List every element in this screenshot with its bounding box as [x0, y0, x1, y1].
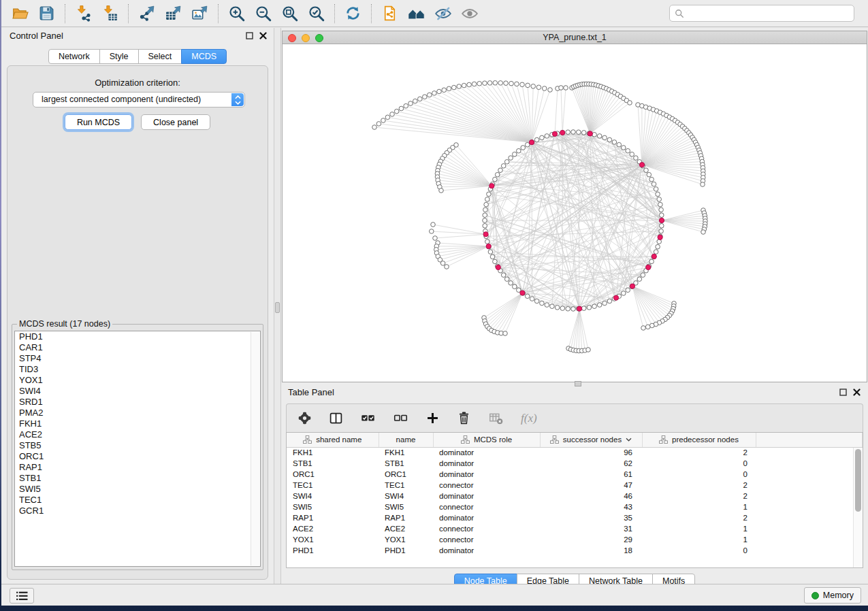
network-hub-node[interactable] [658, 235, 662, 240]
cell-name[interactable]: SWI5 [379, 501, 433, 512]
result-item[interactable]: FKH1 [15, 418, 260, 429]
network-hub-node[interactable] [577, 306, 582, 311]
run-mcds-button[interactable]: Run MCDS [65, 114, 132, 130]
network-node[interactable] [659, 208, 664, 212]
first-neighbors-button[interactable] [403, 3, 430, 24]
network-node[interactable] [477, 82, 482, 86]
close-panel-button-mcds[interactable]: Close panel [141, 114, 210, 130]
cell-role[interactable]: dominator [433, 491, 540, 501]
splitter-handle[interactable] [275, 302, 280, 313]
network-node[interactable] [531, 84, 536, 89]
network-node[interactable] [509, 81, 514, 86]
network-node[interactable] [650, 323, 655, 328]
network-hub-node[interactable] [630, 284, 634, 288]
column-header-mcds-role[interactable]: MCDS role [433, 433, 540, 447]
cell-shared-name[interactable]: ACE2 [287, 523, 379, 534]
network-node[interactable] [607, 299, 612, 303]
network-node[interactable] [445, 265, 449, 269]
network-node[interactable] [437, 89, 442, 94]
network-hub-node[interactable] [496, 265, 500, 269]
network-node[interactable] [602, 301, 607, 306]
export-image-button[interactable] [187, 3, 213, 24]
cell-shared-name[interactable]: TEC1 [287, 480, 379, 491]
cell-role[interactable]: connector [433, 480, 540, 491]
cell-successors[interactable]: 47 [540, 480, 642, 491]
network-node[interactable] [626, 288, 630, 293]
network-node[interactable] [485, 197, 490, 202]
network-node[interactable] [641, 273, 645, 278]
network-node[interactable] [493, 177, 498, 182]
result-list-scrollbar[interactable] [251, 332, 259, 565]
cell-predecessors[interactable]: 2 [642, 512, 756, 523]
table-row[interactable]: STB1STB1dominator620 [287, 458, 863, 469]
result-item[interactable]: GCR1 [15, 506, 260, 516]
network-node[interactable] [602, 135, 607, 140]
criterion-dropdown[interactable]: largest connected component (undirected) [33, 92, 245, 108]
network-node[interactable] [659, 229, 664, 233]
network-node[interactable] [540, 301, 545, 306]
network-node[interactable] [607, 137, 612, 142]
network-node[interactable] [498, 81, 503, 86]
network-node[interactable] [525, 294, 530, 299]
float-panel-button[interactable] [246, 32, 253, 39]
network-node[interactable] [654, 250, 658, 254]
network-hub-node[interactable] [486, 244, 491, 248]
cell-role[interactable]: dominator [433, 458, 540, 469]
network-node[interactable] [581, 306, 586, 311]
network-hub-node[interactable] [483, 232, 488, 237]
network-node[interactable] [701, 230, 706, 235]
result-item[interactable]: TID3 [15, 364, 260, 375]
result-item[interactable]: SWI4 [15, 386, 260, 397]
network-node[interactable] [503, 331, 508, 336]
network-node[interactable] [581, 131, 586, 135]
network-node[interactable] [399, 106, 404, 111]
cell-shared-name[interactable]: PHD1 [287, 545, 379, 556]
network-node[interactable] [385, 115, 390, 120]
network-hub-node[interactable] [588, 131, 592, 136]
network-node[interactable] [564, 86, 568, 90]
function-builder-button[interactable]: f(x) [521, 412, 537, 425]
network-hub-node[interactable] [613, 295, 618, 300]
table-row[interactable]: ORC1ORC1dominator610 [287, 469, 863, 480]
network-node[interactable] [658, 202, 663, 207]
cell-role[interactable]: connector [433, 501, 540, 512]
table-row[interactable]: SWI4SWI4dominator462 [287, 491, 863, 501]
network-node[interactable] [483, 224, 487, 229]
network-node[interactable] [457, 84, 462, 89]
network-node[interactable] [536, 85, 541, 90]
network-node[interactable] [515, 82, 519, 86]
cell-predecessors[interactable]: 0 [642, 469, 756, 480]
unselect-all-columns-button[interactable] [393, 411, 408, 425]
network-node[interactable] [654, 187, 658, 192]
minimize-window-icon[interactable] [302, 34, 310, 42]
network-node[interactable] [488, 250, 493, 254]
network-node[interactable] [647, 172, 652, 177]
cell-shared-name[interactable]: YOX1 [287, 534, 379, 545]
cell-successors[interactable]: 35 [540, 512, 642, 523]
network-node[interactable] [534, 299, 539, 303]
cell-name[interactable]: FKH1 [379, 447, 433, 458]
network-node[interactable] [649, 177, 654, 182]
zoom-fit-button[interactable] [276, 3, 303, 24]
import-table-button[interactable] [97, 3, 123, 24]
cell-role[interactable]: connector [433, 534, 540, 545]
table-scrollbar[interactable] [853, 448, 863, 567]
create-column-button[interactable] [425, 411, 440, 425]
cell-shared-name[interactable]: STB1 [287, 458, 379, 469]
network-node[interactable] [467, 82, 472, 87]
vertical-splitter[interactable] [274, 28, 281, 584]
close-panel-button[interactable] [259, 32, 267, 39]
close-window-icon[interactable] [288, 34, 296, 42]
network-node[interactable] [432, 91, 437, 96]
network-node[interactable] [413, 99, 418, 103]
table-settings-button[interactable] [298, 411, 312, 425]
cell-successors[interactable]: 96 [540, 447, 642, 458]
cell-name[interactable]: STB1 [379, 458, 433, 469]
cell-shared-name[interactable]: SWI4 [287, 491, 379, 501]
show-all-button[interactable] [456, 3, 483, 24]
network-node[interactable] [504, 160, 509, 165]
result-item[interactable]: SRD1 [15, 397, 260, 408]
network-node[interactable] [637, 277, 642, 282]
column-header-shared-name[interactable]: shared name [287, 433, 379, 447]
cell-shared-name[interactable]: SWI5 [287, 501, 379, 512]
